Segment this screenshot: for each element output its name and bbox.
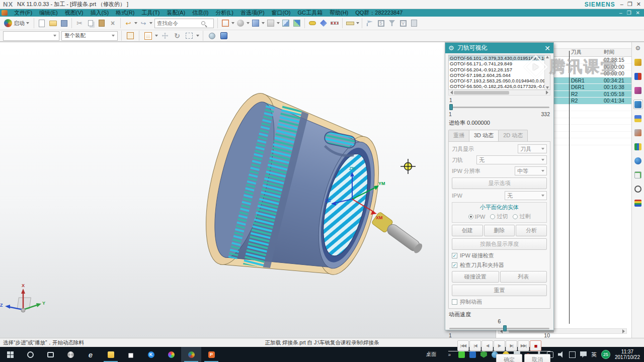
menu-information[interactable]: 信息(I) bbox=[189, 9, 212, 17]
goto-line[interactable]: GOTO/-56.171,-0.741,29.849 bbox=[449, 61, 544, 66]
clipboard-button[interactable] bbox=[409, 18, 419, 28]
child-restore-button[interactable]: ❐ bbox=[627, 10, 631, 16]
goto-line-selected[interactable]: GOTO/-56.101,-0.379,33.430,0.0195169,0.1… bbox=[449, 55, 544, 61]
minimize-button[interactable]: – bbox=[620, 1, 623, 8]
redo-button[interactable]: ↪ bbox=[138, 18, 148, 28]
render-dropdown-icon[interactable] bbox=[262, 22, 265, 24]
search-input[interactable] bbox=[155, 20, 201, 26]
scrollbar-thumb[interactable] bbox=[454, 91, 509, 95]
history-clock-icon[interactable] bbox=[633, 184, 643, 194]
motion-progress-slider[interactable] bbox=[449, 104, 549, 110]
internet-info-icon[interactable] bbox=[633, 156, 643, 165]
ime-indicator[interactable]: 英 bbox=[591, 351, 597, 358]
menu-edit[interactable]: 编辑(E) bbox=[36, 9, 61, 17]
key-command-button[interactable] bbox=[307, 18, 317, 28]
ipw-tool-icon[interactable] bbox=[633, 85, 643, 95]
delete-button[interactable]: × bbox=[108, 18, 118, 28]
scroll-left-icon[interactable] bbox=[450, 90, 453, 95]
selection-scope-combo[interactable]: 整个装配 bbox=[61, 31, 118, 41]
radio-gouge[interactable]: 过切 bbox=[490, 213, 508, 220]
goto-list[interactable]: GOTO/-56.101,-0.379,33.430,0.0195169,0.1… bbox=[448, 55, 550, 90]
close-button[interactable]: ✕ bbox=[636, 1, 641, 8]
graphics-viewport[interactable]: ZM YM XM ZC bbox=[0, 42, 496, 338]
start-button[interactable] bbox=[0, 347, 20, 362]
ie-browser-button[interactable]: e bbox=[80, 347, 101, 362]
menu-help[interactable]: 帮助(H) bbox=[326, 9, 352, 17]
display-options-button[interactable]: 显示选项 bbox=[452, 177, 547, 189]
goto-line[interactable]: GOTO/-56.500,-0.182,25.426,0.0177329,-0.… bbox=[449, 83, 544, 89]
globe-view-button[interactable] bbox=[207, 31, 217, 41]
verify-button[interactable]: V bbox=[398, 18, 408, 28]
orient-view-button[interactable] bbox=[235, 18, 246, 28]
scroll-up-icon[interactable] bbox=[546, 56, 549, 58]
tab-3d-dynamic[interactable]: 3D 动态 bbox=[469, 130, 499, 141]
task-view-button[interactable] bbox=[40, 347, 60, 362]
redo-dropdown-icon[interactable] bbox=[149, 22, 152, 24]
goto-line[interactable]: GOTO/-57.198,2.604,25.044 bbox=[449, 72, 544, 78]
window-layout-button[interactable] bbox=[220, 18, 230, 28]
slider-handle[interactable] bbox=[449, 104, 453, 110]
scroll-right-icon[interactable] bbox=[622, 329, 625, 333]
taskbar-clock[interactable]: 11:37 2017/10/22 bbox=[615, 349, 640, 360]
search-icon[interactable] bbox=[201, 21, 205, 25]
point-dropdown-icon[interactable] bbox=[155, 35, 158, 37]
background-dropdown-icon[interactable] bbox=[277, 22, 280, 24]
library-books-icon[interactable] bbox=[633, 142, 643, 151]
ipw-collision-check[interactable]: ✓ IPW 碰撞检查 bbox=[452, 252, 547, 259]
reset-button[interactable]: 重置 bbox=[452, 285, 547, 296]
message-center-icon[interactable] bbox=[580, 351, 587, 358]
point-constructor-button[interactable] bbox=[143, 31, 153, 41]
new-file-button[interactable] bbox=[37, 18, 47, 28]
go-to-end-button[interactable]: ▶▶| bbox=[518, 340, 529, 351]
goto-horizontal-scrollbar[interactable] bbox=[448, 90, 550, 96]
cut-button[interactable]: ✂ bbox=[74, 18, 85, 28]
suppress-animation-check[interactable]: 抑制动画 bbox=[452, 298, 547, 306]
tool-preset-icon[interactable] bbox=[633, 57, 643, 67]
copy-button[interactable] bbox=[86, 18, 96, 28]
show-hide-button[interactable] bbox=[292, 18, 302, 28]
flag-note-button[interactable] bbox=[365, 18, 375, 28]
stop-button[interactable]: ■ bbox=[530, 340, 541, 351]
section-view-button[interactable] bbox=[281, 18, 291, 28]
gear-icon[interactable]: ⚙ bbox=[633, 43, 643, 53]
lasso-button[interactable] bbox=[184, 31, 194, 41]
wps-button[interactable]: P bbox=[201, 347, 221, 362]
color-pencil-icon[interactable] bbox=[633, 198, 643, 208]
background-button[interactable] bbox=[266, 18, 276, 28]
menu-insert[interactable]: 插入(S) bbox=[87, 9, 112, 17]
document-report-icon[interactable] bbox=[633, 170, 643, 179]
delete-button[interactable]: 删除 bbox=[484, 225, 515, 236]
toolpath-select[interactable]: 无 bbox=[476, 155, 547, 164]
step-back-button[interactable]: |◀ bbox=[469, 340, 481, 351]
check-tool-holder-check[interactable]: ✓ 检查刀具和夹持器 bbox=[452, 261, 547, 269]
play-backward-button[interactable]: ◀ bbox=[481, 340, 493, 351]
synchronous-modeling-button[interactable] bbox=[318, 18, 329, 28]
column-divider[interactable] bbox=[569, 51, 570, 324]
rotate-button[interactable]: ↻ bbox=[172, 31, 182, 41]
color-wheel-button[interactable] bbox=[161, 347, 181, 362]
move-object-button[interactable] bbox=[160, 31, 170, 41]
orient-dropdown-icon[interactable] bbox=[247, 22, 250, 24]
column-time[interactable]: 时间 bbox=[602, 49, 631, 56]
dialog-title-bar[interactable]: ⚙ 刀轨可视化 ✕ bbox=[445, 43, 553, 53]
start-menu-button[interactable]: 启动 bbox=[2, 19, 31, 27]
pinwheel-browser-button[interactable] bbox=[60, 347, 80, 362]
ipw-resolution-select[interactable]: 中等 bbox=[515, 166, 547, 175]
notification-badge[interactable]: 25 bbox=[601, 350, 610, 359]
desktop-toolbar-label[interactable]: 桌面 bbox=[426, 351, 436, 358]
radio-excess[interactable]: 过剩 bbox=[513, 213, 530, 220]
animation-speed-slider[interactable] bbox=[449, 325, 549, 331]
menu-preferences[interactable]: 首选项(P) bbox=[237, 9, 268, 17]
store-button[interactable] bbox=[121, 347, 141, 362]
go-to-start-button[interactable]: |◀◀ bbox=[457, 340, 469, 351]
scroll-down-icon[interactable] bbox=[546, 86, 549, 89]
file-explorer-button[interactable] bbox=[101, 347, 121, 362]
render-style-button[interactable] bbox=[251, 18, 261, 28]
goto-vertical-scrollbar[interactable] bbox=[544, 55, 550, 89]
list-button[interactable]: 列表 bbox=[500, 271, 547, 283]
layers-stack-icon[interactable] bbox=[633, 114, 643, 123]
menu-file[interactable]: 文件(F) bbox=[11, 9, 36, 17]
undo-button[interactable]: ↩ bbox=[123, 18, 133, 28]
ok-button[interactable]: 确定 bbox=[496, 354, 522, 362]
search-button[interactable] bbox=[20, 347, 40, 362]
